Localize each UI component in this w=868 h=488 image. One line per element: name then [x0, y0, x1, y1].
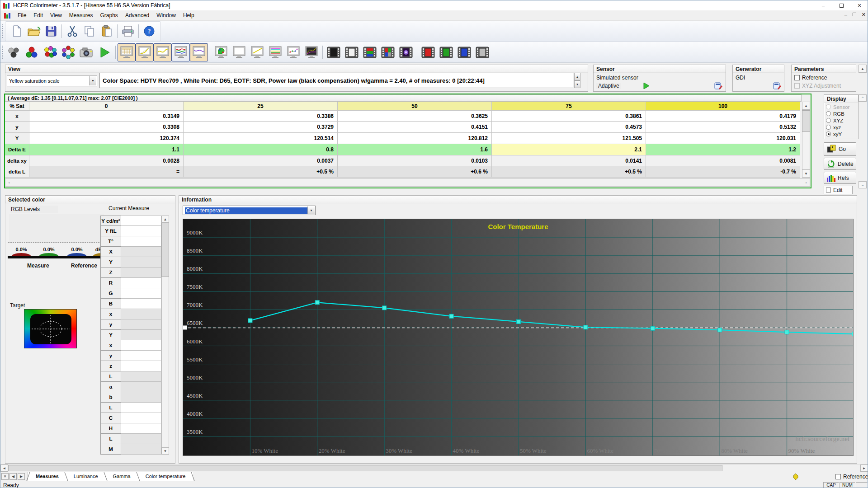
tab-prev-icon[interactable]: ◀	[9, 473, 17, 480]
checkbox-icon[interactable]	[826, 188, 831, 192]
table-hscrollbar[interactable]: ‹ ›	[5, 178, 810, 187]
cell-delta-xy[interactable]: 0.0103	[338, 155, 492, 166]
cell-y[interactable]: 120.374	[29, 133, 184, 144]
cell-delta-l[interactable]: -0.7 %	[646, 166, 800, 178]
cell-x[interactable]: 0.3861	[492, 111, 646, 122]
cell-x[interactable]: 0.4179	[646, 111, 800, 122]
run-adaptive-icon[interactable]	[642, 82, 651, 89]
copy-icon[interactable]	[81, 23, 98, 40]
pattern-white-icon[interactable]	[343, 43, 361, 61]
run-measures-icon[interactable]	[95, 43, 113, 61]
right-scroll-down-icon[interactable]: ⌄	[859, 181, 867, 188]
column-header-75[interactable]: 75	[492, 102, 646, 111]
column-header-0[interactable]: 0	[29, 102, 184, 111]
child-minimize-icon[interactable]: –	[844, 12, 847, 18]
menu-help[interactable]: Help	[179, 11, 198, 20]
pattern-red-icon[interactable]	[419, 43, 437, 61]
cell-y[interactable]: 0.4573	[492, 122, 646, 133]
checkbox-icon[interactable]	[835, 474, 841, 479]
delete-button[interactable]: Delete	[824, 158, 856, 170]
view-measures-table-icon[interactable]	[118, 43, 136, 61]
cell-delta-xy[interactable]: 0.0037	[184, 155, 338, 166]
cell-delta-e[interactable]: 1.2	[646, 144, 800, 155]
view-dark-chart-icon[interactable]	[302, 43, 321, 61]
color-temperature-chart[interactable]: Color Temperature9000K8500K8000K7500K700…	[183, 219, 854, 456]
pattern-green-icon[interactable]	[437, 43, 455, 61]
cell-y[interactable]: 0.3729	[184, 122, 338, 133]
chevron-down-icon[interactable]: ▼	[307, 206, 315, 214]
cell-y[interactable]: 0.3308	[29, 122, 184, 133]
menu-view[interactable]: View	[47, 11, 66, 20]
save-icon[interactable]	[42, 23, 60, 40]
cell-delta-e[interactable]: 1.1	[29, 144, 184, 155]
cell-x[interactable]: 0.3625	[338, 111, 492, 122]
pattern-black-icon[interactable]	[325, 43, 343, 61]
reference-checkbox[interactable]: Reference	[794, 75, 827, 81]
column-header-25[interactable]: 25	[184, 102, 338, 111]
panel-scroll-up-icon[interactable]: ▲	[859, 65, 867, 73]
cell-delta-e[interactable]: 2.1	[492, 144, 646, 155]
toolbar-grip[interactable]	[2, 24, 3, 38]
pattern-galaxy-icon[interactable]	[397, 43, 415, 61]
measure-vscrollbar[interactable]: ▲ ▼	[161, 216, 169, 455]
print-icon[interactable]	[119, 23, 137, 40]
info-spinner[interactable]: ▲▼	[574, 73, 580, 88]
display-option-xyz[interactable]: xyz	[826, 124, 858, 131]
checkbox-icon[interactable]	[794, 75, 800, 80]
new-icon[interactable]	[8, 23, 25, 40]
tab-next-icon[interactable]: ▶	[18, 473, 25, 480]
go-button[interactable]: Go	[824, 142, 856, 156]
radio-icon[interactable]	[826, 118, 831, 123]
pattern-rgb-icon[interactable]	[361, 43, 379, 61]
help-icon[interactable]: ?	[141, 23, 158, 40]
cell-delta-e[interactable]: 1.6	[338, 144, 492, 155]
menu-graphs[interactable]: Graphs	[97, 11, 122, 20]
menu-advanced[interactable]: Advanced	[122, 11, 153, 20]
cell-delta-e[interactable]: 0.8	[184, 144, 338, 155]
radio-icon[interactable]	[826, 131, 831, 136]
view-free-measures-icon[interactable]	[230, 43, 248, 61]
open-icon[interactable]	[25, 23, 42, 40]
tab-luminance[interactable]: Luminance	[66, 472, 105, 481]
pattern-blue-icon[interactable]	[455, 43, 473, 61]
right-scroll-up-icon[interactable]: ⌃	[859, 94, 867, 102]
tab-color-temperature[interactable]: Color temperature	[138, 472, 193, 481]
edit-checkbox[interactable]: Edit	[824, 186, 853, 194]
table-vscrollbar[interactable]: ▲ ▼	[802, 102, 810, 178]
tab-close-icon[interactable]: ✕	[1, 473, 9, 480]
view-color-temperature-icon[interactable]	[190, 43, 208, 61]
toolbar-grip[interactable]	[2, 46, 3, 59]
view-measure-points-icon[interactable]	[284, 43, 302, 61]
sensor-mode[interactable]: Adaptive	[596, 83, 621, 89]
cell-delta-l[interactable]: +0.5 %	[184, 166, 338, 178]
display-option-rgb[interactable]: RGB	[826, 110, 858, 117]
measure-grayscale-icon[interactable]	[5, 43, 23, 61]
menu-edit[interactable]: Edit	[30, 11, 47, 20]
view-cie-diagram-icon[interactable]	[212, 43, 230, 61]
chevron-down-icon[interactable]: ▼	[89, 76, 96, 85]
display-option-xyy[interactable]: xyY	[826, 131, 858, 137]
view-multi-curves-icon[interactable]	[266, 43, 284, 61]
child-restore-icon[interactable]	[853, 12, 856, 18]
measure-secondaries-icon[interactable]	[41, 43, 59, 61]
sensor-config-icon[interactable]	[714, 81, 723, 90]
measure-primaries-icon[interactable]	[23, 43, 41, 61]
menu-measures[interactable]: Measures	[66, 11, 97, 20]
cell-x[interactable]: 0.3386	[184, 111, 338, 122]
cell-delta-xy[interactable]: 0.0141	[492, 155, 646, 166]
cut-icon[interactable]	[64, 23, 81, 40]
cell-y[interactable]: 120.514	[184, 133, 338, 144]
view-luminance-icon[interactable]	[136, 43, 154, 61]
graph-selector[interactable]: Color temperature ▼	[183, 206, 316, 215]
cell-y[interactable]: 120.812	[338, 133, 492, 144]
cell-delta-l[interactable]: +0.5 %	[492, 166, 646, 178]
menu-window[interactable]: Window	[153, 11, 179, 20]
tab-gamma[interactable]: Gamma	[106, 472, 138, 481]
cell-delta-l[interactable]: =	[29, 166, 184, 178]
column-header-100[interactable]: 100	[646, 102, 800, 111]
cell-y[interactable]: 121.505	[492, 133, 646, 144]
cell-y[interactable]: 120.031	[646, 133, 800, 144]
pattern-colors-icon[interactable]	[379, 43, 397, 61]
view-gamma-icon[interactable]	[154, 43, 172, 61]
reference-toggle[interactable]: Reference	[835, 474, 868, 480]
